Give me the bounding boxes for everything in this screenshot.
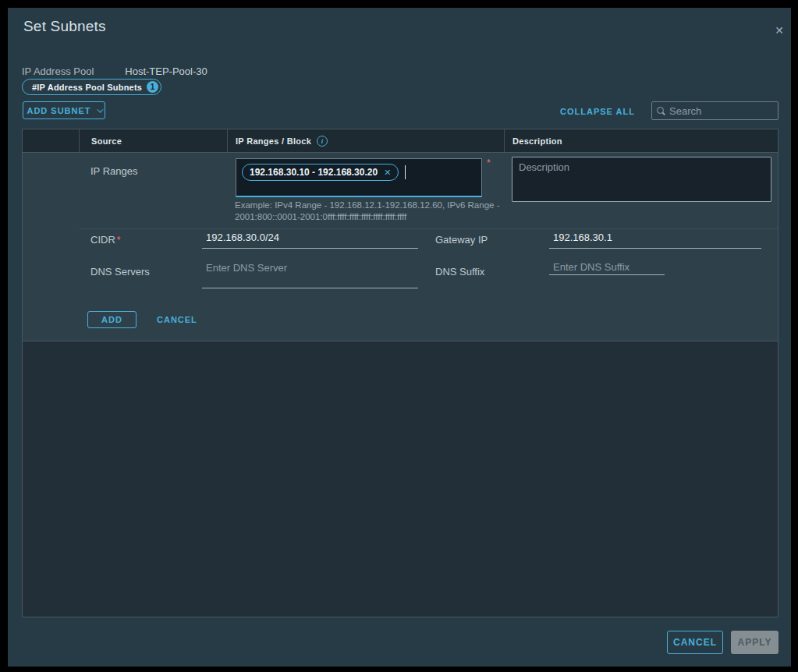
ip-range-chip-value: 192.168.30.10 - 192.168.30.20 [250,167,378,178]
add-subnet-button[interactable]: ADD SUBNET [23,101,105,119]
pool-info: IP Address Pool Host-TEP-Pool-30 [22,65,207,77]
ip-range-chip[interactable]: 192.168.30.10 - 192.168.30.20 ✕ [242,164,399,181]
text-cursor [405,165,406,179]
row-cancel-button[interactable]: CANCEL [157,311,197,328]
dns-servers-label: DNS Servers [90,266,150,278]
pool-label: IP Address Pool [22,65,94,77]
info-icon[interactable]: i [317,136,328,147]
header-cell-ip-ranges-block: IP Ranges / Block i [227,129,504,152]
close-icon[interactable]: ✕ [771,22,788,39]
set-subnets-dialog: Set Subnets ✕ IP Address Pool Host-TEP-P… [8,8,791,667]
ip-ranges-example-text: Example: IPv4 Range - 192.168.12.1-192.1… [235,200,500,223]
ip-ranges-input[interactable]: 192.168.30.10 - 192.168.30.20 ✕ [236,158,482,197]
header-cell-empty [23,129,79,152]
dns-suffix-input[interactable] [549,261,665,275]
cidr-required-marker: * [117,235,121,246]
cidr-input[interactable] [202,232,418,249]
chip-remove-icon[interactable]: ✕ [384,168,391,177]
ip-ranges-required-marker: * [487,157,491,168]
subnets-count-pill[interactable]: #IP Address Pool Subnets 1 [22,79,161,95]
apply-button[interactable]: APPLY [731,631,778,654]
chevron-down-icon [97,106,103,112]
gateway-ip-label: Gateway IP [435,234,488,246]
collapse-all-button[interactable]: COLLAPSE ALL [560,107,635,116]
cidr-label: CIDR* [90,234,120,246]
add-subnet-label: ADD SUBNET [27,106,90,115]
search-box[interactable] [651,101,778,120]
dns-suffix-label: DNS Suffix [435,266,484,278]
form-section-divider [79,228,778,229]
search-icon [657,107,665,115]
pool-name: Host-TEP-Pool-30 [125,65,207,77]
subnets-table: Source IP Ranges / Block i Description I… [22,129,778,617]
source-type-label: IP Ranges [90,165,137,177]
dns-servers-input[interactable] [202,262,418,288]
header-cell-source: Source [79,129,227,152]
cancel-button[interactable]: CANCEL [667,631,723,654]
gateway-ip-input[interactable] [549,232,761,249]
subnets-count-badge: 1 [147,81,158,93]
description-textarea[interactable] [512,157,771,202]
header-cell-description: Description [504,129,778,152]
table-header-row: Source IP Ranges / Block i Description [23,129,778,153]
add-button[interactable]: ADD [87,311,137,328]
subnets-count-pill-label: #IP Address Pool Subnets [32,83,142,92]
subnet-edit-row: IP Ranges 192.168.30.10 - 192.168.30.20 … [23,153,778,341]
search-input[interactable] [669,105,773,117]
dialog-title: Set Subnets [23,18,106,35]
